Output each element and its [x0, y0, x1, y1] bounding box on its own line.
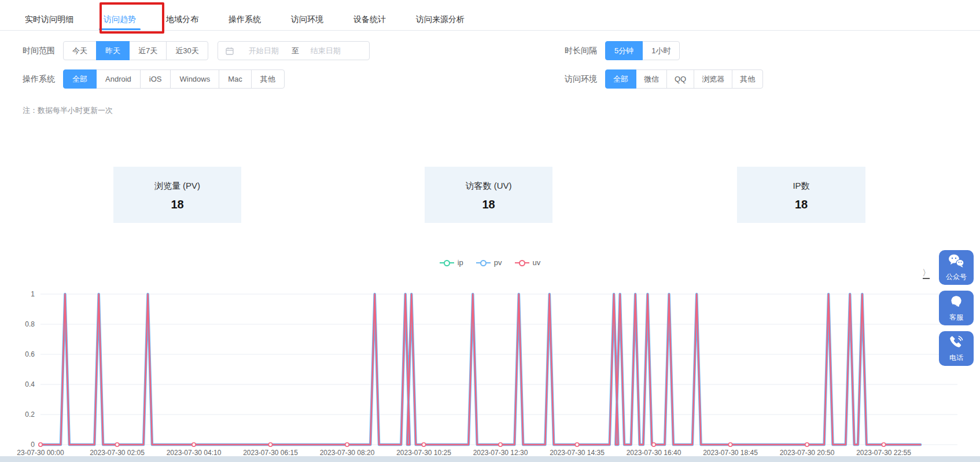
time-range-group: 今天昨天近7天近30天 [63, 41, 208, 60]
tab-操作系统[interactable]: 操作系统 [229, 8, 261, 30]
series-line-pv [40, 294, 920, 445]
x-tick-label: 2023-07-30 02:05 [90, 449, 145, 457]
option-其他[interactable]: 其他 [251, 69, 285, 89]
option-微信[interactable]: 微信 [636, 69, 667, 89]
pv-card: 浏览量 (PV) 18 [113, 167, 241, 223]
ip-card-value: 18 [737, 198, 865, 211]
y-tick-label: 0.2 [25, 410, 35, 419]
option-5分钟[interactable]: 5分钟 [605, 41, 643, 60]
x-tick-label: 2023-07-30 06:15 [243, 449, 298, 457]
data-marker [115, 443, 119, 446]
service-icon [948, 294, 964, 311]
series-line-uv [40, 294, 920, 445]
x-tick-label: 2023-07-30 18:45 [703, 449, 758, 457]
option-1小时[interactable]: 1小时 [642, 41, 680, 60]
date-separator: 至 [292, 46, 299, 56]
tab-访问来源分析[interactable]: 访问来源分析 [416, 8, 465, 30]
y-tick-label: 0.6 [25, 350, 35, 358]
option-全部[interactable]: 全部 [605, 69, 636, 89]
x-tick-label: 2023-07-30 22:55 [856, 449, 911, 457]
tab-访问趋势[interactable]: 访问趋势 [104, 8, 136, 30]
x-tick-label: 2023-07-30 04:10 [167, 449, 222, 457]
data-marker [652, 443, 655, 446]
env-label: 访问环境 [565, 74, 597, 85]
option-其他[interactable]: 其他 [732, 69, 763, 89]
update-note: 注：数据每半小时更新一次 [23, 105, 113, 116]
interval-group: 5分钟1小时 [605, 41, 680, 60]
os-group: 全部AndroidiOSWindowsMac其他 [63, 69, 285, 89]
option-浏览器[interactable]: 浏览器 [694, 69, 732, 89]
y-tick-label: 0 [31, 441, 35, 449]
tab-地域分布[interactable]: 地域分布 [166, 8, 198, 30]
data-marker [728, 443, 732, 446]
option-今天[interactable]: 今天 [63, 41, 97, 60]
time-range-row: 时间范围 今天昨天近7天近30天 开始日期 至 结束日期 [23, 41, 370, 60]
data-marker [805, 443, 809, 446]
ip-card-title: IP数 [737, 181, 865, 192]
wechat-icon [948, 254, 965, 271]
tab-访问环境[interactable]: 访问环境 [291, 8, 323, 30]
os-row: 操作系统 全部AndroidiOSWindowsMac其他 [23, 69, 285, 89]
x-tick-label: 23-07-30 00:00 [17, 449, 64, 457]
x-tick-label: 2023-07-30 12:30 [473, 449, 528, 457]
tab-实时访问明细[interactable]: 实时访问明细 [25, 8, 73, 30]
calendar-icon [226, 47, 234, 55]
y-tick-label: 1 [31, 290, 35, 298]
data-marker [422, 443, 425, 446]
access-analytics-page: 实时访问明细访问趋势地域分布操作系统访问环境设备统计访问来源分析 时间范围 今天… [0, 0, 980, 462]
env-row: 访问环境 全部微信QQ浏览器其他 [565, 69, 763, 89]
option-Windows[interactable]: Windows [170, 69, 219, 89]
phone-icon [948, 335, 964, 352]
float-button-公众号[interactable]: 公众号 [939, 250, 974, 285]
data-marker [192, 443, 196, 446]
option-近30天[interactable]: 近30天 [166, 41, 208, 60]
data-marker [268, 443, 272, 446]
pv-card-title: 浏览量 (PV) [113, 181, 241, 192]
option-Android[interactable]: Android [96, 69, 141, 89]
y-tick-label: 0.4 [25, 380, 35, 388]
interval-label: 时长间隔 [565, 46, 597, 56]
date-range-picker[interactable]: 开始日期 至 结束日期 [218, 41, 370, 60]
option-iOS[interactable]: iOS [140, 69, 171, 89]
x-tick-label: 2023-07-30 14:35 [550, 449, 605, 457]
x-tick-label: 2023-07-30 08:20 [320, 449, 375, 457]
bottom-strip [0, 456, 980, 462]
trend-chart: 00.20.40.60.8123-07-30 00:002023-07-30 0… [0, 255, 980, 457]
time-range-label: 时间范围 [23, 46, 55, 56]
floating-widgets: 公众号客服电话 [939, 250, 974, 366]
os-label: 操作系统 [23, 74, 55, 85]
option-Mac[interactable]: Mac [219, 69, 252, 89]
ip-card: IP数 18 [737, 167, 865, 223]
data-marker [575, 443, 579, 446]
option-全部[interactable]: 全部 [63, 69, 97, 89]
data-marker [499, 443, 502, 446]
data-marker [345, 443, 349, 446]
float-button-电话[interactable]: 电话 [939, 331, 974, 366]
env-group: 全部微信QQ浏览器其他 [605, 69, 763, 89]
interval-row: 时长间隔 5分钟1小时 [565, 41, 680, 60]
x-tick-label: 2023-07-30 10:25 [396, 449, 451, 457]
option-昨天[interactable]: 昨天 [96, 41, 130, 60]
tab-bar: 实时访问明细访问趋势地域分布操作系统访问环境设备统计访问来源分析 [0, 8, 980, 31]
tab-设备统计[interactable]: 设备统计 [353, 8, 386, 30]
pv-card-value: 18 [113, 198, 241, 211]
series-line-ip [40, 294, 920, 445]
end-date-input[interactable]: 结束日期 [311, 46, 341, 56]
start-date-input[interactable]: 开始日期 [249, 46, 279, 56]
y-tick-label: 0.8 [25, 320, 35, 328]
uv-card-title: 访客数 (UV) [425, 181, 552, 192]
trend-chart-svg: 00.20.40.60.8123-07-30 00:002023-07-30 0… [0, 255, 980, 457]
data-marker [39, 443, 42, 446]
data-marker [882, 443, 885, 446]
option-QQ[interactable]: QQ [666, 69, 694, 89]
collapse-arrow-icon[interactable]: 〉 [922, 270, 931, 279]
x-tick-label: 2023-07-30 20:50 [780, 449, 835, 457]
uv-card: 访客数 (UV) 18 [425, 167, 552, 223]
x-tick-label: 2023-07-30 16:40 [627, 449, 681, 457]
option-近7天[interactable]: 近7天 [129, 41, 167, 60]
float-button-客服[interactable]: 客服 [939, 291, 974, 325]
uv-card-value: 18 [425, 198, 552, 211]
